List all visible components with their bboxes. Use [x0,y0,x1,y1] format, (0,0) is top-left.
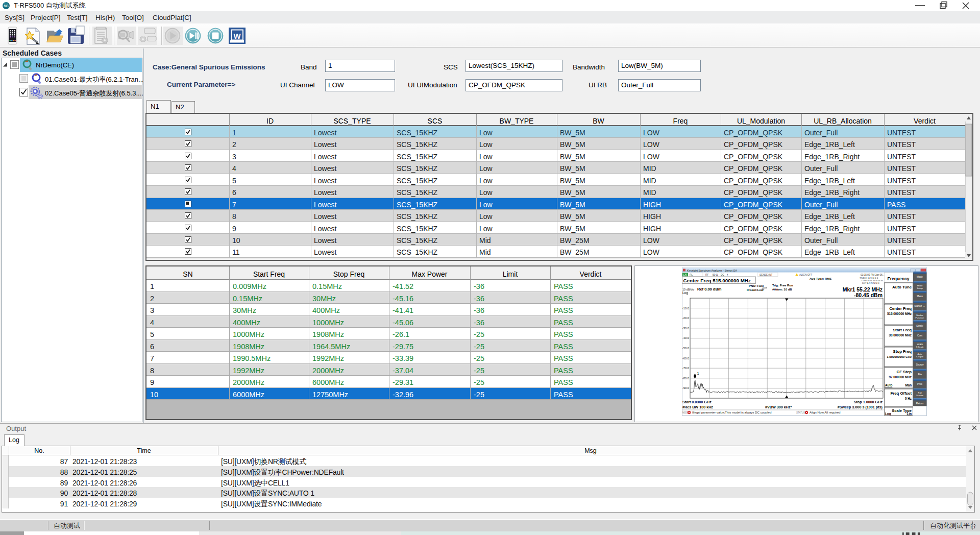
svg-text:PNO: Fast: PNO: Fast [749,284,764,287]
svg-text:Start 0.0300 GHz: Start 0.0300 GHz [682,400,712,404]
svg-text:30.000000 MHz: 30.000000 MHz [889,333,912,337]
svg-text:10 dB/div: 10 dB/div [682,288,694,291]
svg-text:DC: DC [721,274,724,276]
svg-text:RL: RL [690,274,693,276]
svg-text:DET A N N N N N: DET A N N N N N [862,282,879,284]
svg-text:ALIGN OFF: ALIGN OFF [799,274,812,276]
svg-text:5G: 5G [4,4,9,8]
svg-text:Frequency: Frequency [888,276,910,281]
svg-text:1: 1 [697,371,699,376]
svg-text:Single: Single [916,325,923,327]
svg-text:Setup: Setup [917,287,923,289]
svg-text:-80.45 dBm: -80.45 dBm [854,292,883,298]
svg-text:Auto Tune: Auto Tune [892,285,912,289]
svg-text:-90.0: -90.0 [682,386,689,390]
svg-text:0 Hz: 0 Hz [905,397,912,400]
svg-text:Log: Log [885,412,891,416]
svg-text:Keysight Spectrum Analyzer - S: Keysight Spectrum Analyzer - Swept SA [687,269,737,272]
svg-text:Print: Print [917,383,923,385]
svg-text:-70.0: -70.0 [682,367,689,370]
svg-text:Marker →: Marker → [914,305,925,307]
svg-text:CF Step: CF Step [897,370,912,374]
svg-text:515.000000 MHz: 515.000000 MHz [887,312,912,315]
svg-text:-50.0: -50.0 [682,347,689,350]
svg-text:ƒ: ƒ [727,274,728,276]
svg-text:#Atten: 10 dB: #Atten: 10 dB [772,288,792,291]
svg-text:-30.0: -30.0 [682,327,689,330]
svg-text:-10.0: -10.0 [682,307,689,310]
svg-text:STATUS: STATUS [796,411,805,414]
svg-text:Cont: Cont [917,334,923,337]
svg-text:1.000000000 GHz: 1.000000000 GHz [887,355,912,358]
svg-text:Illegal parameter value;This m: Illegal parameter value;This model is al… [692,410,772,414]
svg-text:Stop Freq: Stop Freq [893,349,912,354]
svg-text:97.000000 MHz: 97.000000 MHz [889,375,912,379]
svg-text:Stop 1.0000 GHz: Stop 1.0000 GHz [854,400,883,404]
svg-text:Return: Return [916,402,924,405]
svg-text:File: File [918,373,922,376]
svg-text:Auto: Auto [885,383,892,387]
svg-text:#VBW 300 kHz*: #VBW 300 kHz* [765,405,792,409]
svg-text:-40.0: -40.0 [682,336,689,339]
svg-text:LXI: LXI [683,274,687,276]
svg-text:MSG: MSG [682,411,688,414]
svg-text:RF: RF [705,274,708,276]
svg-text:SENSE:INT: SENSE:INT [760,274,772,276]
svg-text:Avg Type: RMS: Avg Type: RMS [810,277,831,280]
svg-text:Center Freq: Center Freq [889,306,912,311]
svg-text:Meas: Meas [917,295,923,298]
svg-text:Start Freq: Start Freq [893,328,912,332]
svg-text:Screen: Screen [916,394,923,397]
svg-text:50 Ω: 50 Ω [713,274,718,276]
svg-text:-20.0: -20.0 [682,317,689,320]
svg-text:Function: Function [916,317,924,319]
svg-text:-80.0: -80.0 [682,377,689,380]
svg-text:Lin: Lin [907,412,912,416]
svg-text:#Sweep 3.000 s (1001 pts): #Sweep 3.000 s (1001 pts) [838,405,883,409]
svg-text:-60.0: -60.0 [682,357,689,360]
svg-text:Log: Log [682,291,688,295]
svg-text:X Scale: X Scale [916,346,924,348]
svg-text:#Res BW 100 kHz: #Res BW 100 kHz [682,405,713,409]
svg-text:Couple: Couple [916,355,923,358]
svg-text:Freq Offset: Freq Offset [890,391,912,396]
svg-text:Ref 0.00 dBm: Ref 0.00 dBm [697,287,722,291]
svg-text:IFGain:Low: IFGain:Low [747,288,764,291]
svg-text:Man: Man [905,383,912,387]
svg-text:Trig: Free Run: Trig: Free Run [772,284,793,287]
svg-text:Center Freq 515.000000 MHz: Center Freq 515.000000 MHz [683,278,751,283]
svg-text:Mode: Mode [917,276,923,278]
svg-text:Align Now All required: Align Now All required [810,410,841,414]
svg-text:W: W [233,32,241,40]
svg-text:Source: Source [916,363,924,366]
